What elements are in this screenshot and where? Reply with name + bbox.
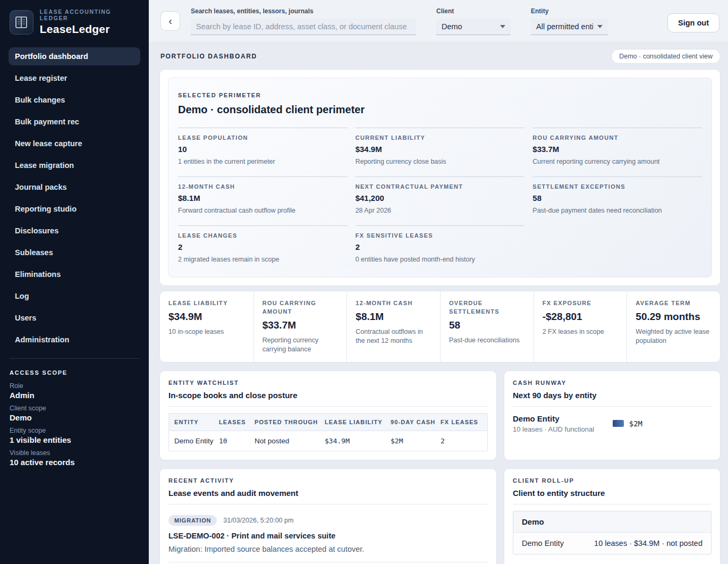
access-scope-panel: ACCESS SCOPE Role Admin Client scope Dem… (9, 359, 140, 467)
access-visible-leases-value: 10 active records (10, 458, 139, 467)
sidebar-item-new-lease-capture[interactable]: New lease capture (9, 134, 140, 153)
kpi-value: 58 (449, 319, 525, 331)
metric-next-contractual-payment: NEXT CONTRACTUAL PAYMENT $41,200 28 Apr … (355, 176, 525, 214)
metric-fx-sensitive-leases: FX SENSITIVE LEASES 2 0 entities have po… (355, 225, 525, 263)
metric-desc: 28 Apr 2026 (355, 207, 525, 214)
kpi-desc: Weighted by active lease population (636, 327, 712, 346)
kpi-desc: Past-due reconciliations (449, 336, 525, 345)
kpi-lease-liability: LEASE LIABILITY $34.9M 10 in-scope lease… (160, 291, 253, 362)
kpi-average-term: AVERAGE TERM 50.29 months Weighted by ac… (627, 291, 720, 362)
kpi-strip: LEASE LIABILITY $34.9M 10 in-scope lease… (159, 291, 721, 363)
cell-leases: 10 (214, 431, 249, 451)
runway-row-demo-entity: Demo Entity 10 leases · AUD functional $… (513, 413, 712, 433)
metric-rou-carrying-amount: ROU CARRYING AMOUNT $33.7M Current repor… (532, 128, 702, 165)
kpi-value: -$28,801 (543, 311, 619, 323)
selected-perimeter-inner: SELECTED PERIMETER Demo · consolidated c… (168, 78, 712, 277)
kpi-value: 50.29 months (636, 311, 712, 323)
cell-fx-leases: 2 (435, 431, 485, 451)
metric-value: 2 (355, 242, 525, 251)
access-entity-scope-label: Entity scope (10, 427, 139, 434)
metric-label: FX SENSITIVE LEASES (355, 232, 525, 239)
client-select[interactable]: Demo (436, 19, 511, 35)
cash-runway-eyebrow: CASH RUNWAY (513, 380, 712, 386)
access-entity-scope-value: 1 visible entities (10, 435, 139, 444)
cash-runway-title: Next 90 days by entity (513, 391, 712, 400)
kpi-label: 12-MONTH CASH (355, 299, 431, 308)
kpi-desc: 2 FX leases in scope (543, 327, 619, 336)
sidebar-item-journal-packs[interactable]: Journal packs (9, 178, 140, 196)
sidebar: LEASE ACCOUNTING LEDGER LeaseLedger Port… (0, 0, 149, 564)
entity-select-value: All permitted entities (536, 22, 593, 31)
sidebar-item-subleases[interactable]: Subleases (9, 243, 140, 262)
rollup-entity-name: Demo Entity (522, 539, 564, 548)
sidebar-item-portfolio-dashboard[interactable]: Portfolio dashboard (9, 47, 140, 65)
col-entity: ENTITY (169, 414, 214, 431)
chevron-down-icon (500, 25, 505, 28)
cell-entity: Demo Entity (169, 431, 214, 451)
metric-value: 10 (178, 145, 348, 154)
metric-desc: Past-due payment dates need reconciliati… (532, 207, 702, 214)
divider (168, 406, 488, 407)
access-scope-title: ACCESS SCOPE (10, 369, 139, 376)
sidebar-item-users[interactable]: Users (9, 309, 140, 327)
cash-runway-panel: CASH RUNWAY Next 90 days by entity Demo … (504, 371, 721, 460)
access-role-label: Role (10, 382, 139, 390)
metric-desc: 0 entities have posted month-end history (355, 256, 525, 263)
main-area: ‹ Search leases, entities, lessors, jour… (149, 0, 728, 564)
kpi-label: AVERAGE TERM (636, 299, 712, 308)
runway-bar (613, 420, 624, 427)
kpi-label: LEASE LIABILITY (168, 299, 245, 308)
perimeter-title: Demo · consolidated client perimeter (178, 104, 702, 116)
metric-value: $8.1M (178, 193, 348, 203)
sidebar-item-bulk-changes[interactable]: Bulk changes (9, 91, 140, 109)
entity-select-group: Entity All permitted entities (531, 7, 608, 35)
sign-out-button[interactable]: Sign out (667, 13, 719, 32)
chevron-left-icon: ‹ (168, 15, 172, 27)
kpi-desc: Reporting currency carrying balance (263, 336, 338, 354)
col-lease-liability: LEASE LIABILITY (319, 414, 385, 431)
metric-label: LEASE POPULATION (178, 134, 348, 141)
activity-item-technical-review[interactable]: TECHNICAL REVIEW 31/03/2026, 11:12:00 am… (168, 562, 488, 564)
page-header: PORTFOLIO DASHBOARD Demo · consolidated … (149, 41, 728, 69)
rollup-client-name: Demo (513, 511, 711, 533)
sidebar-item-bulk-payment-rec[interactable]: Bulk payment rec (9, 113, 140, 131)
global-search-input[interactable] (191, 19, 416, 35)
selected-perimeter-card: SELECTED PERIMETER Demo · consolidated c… (159, 69, 721, 286)
watchlist-row-demo-entity[interactable]: Demo Entity 10 Not posted $34.9M $2M 2 5… (169, 431, 488, 451)
metric-label: 12-MONTH CASH (178, 183, 348, 190)
sidebar-item-reporting-studio[interactable]: Reporting studio (9, 200, 140, 218)
page-title: PORTFOLIO DASHBOARD (160, 53, 257, 60)
back-button[interactable]: ‹ (160, 11, 180, 31)
brand-eyebrow: LEASE ACCOUNTING LEDGER (40, 9, 139, 21)
chevron-down-icon (597, 25, 603, 28)
kpi-12-month-cash: 12-MONTH CASH $8.1M Contractual outflows… (346, 291, 440, 362)
activity-eyebrow: RECENT ACTIVITY (168, 477, 488, 484)
sidebar-item-log[interactable]: Log (9, 287, 140, 305)
watchlist-table: ENTITY LEASES POSTED THROUGH LEASE LIABI… (169, 414, 488, 451)
activity-item-migration[interactable]: MIGRATION 31/03/2026, 5:20:00 pm LSE-DEM… (168, 511, 488, 562)
access-role-value: Admin (10, 391, 139, 400)
sidebar-item-lease-register[interactable]: Lease register (9, 69, 140, 87)
kpi-value: $8.1M (355, 311, 431, 323)
watchlist-title: In-scope books and close posture (168, 391, 488, 400)
watchlist-table-scroll[interactable]: ENTITY LEASES POSTED THROUGH LEASE LIABI… (168, 413, 488, 451)
entity-select[interactable]: All permitted entities (531, 19, 608, 35)
watchlist-header-row: ENTITY LEASES POSTED THROUGH LEASE LIABI… (169, 414, 488, 431)
sidebar-item-disclosures[interactable]: Disclosures (9, 222, 140, 240)
kpi-desc: 10 in-scope leases (168, 327, 245, 336)
runway-entity-meta: 10 leases · AUD functional (513, 425, 594, 433)
kpi-rou-carrying-amount: ROU CARRYING AMOUNT $33.7M Reporting cur… (253, 291, 347, 362)
rollup-entity-row[interactable]: Demo Entity 10 leases · $34.9M · not pos… (513, 533, 711, 554)
runway-entity-block: Demo Entity 10 leases · AUD functional (513, 414, 594, 433)
metric-value: $33.7M (532, 145, 702, 154)
client-select-group: Client Demo (436, 7, 511, 35)
sidebar-item-administration[interactable]: Administration (9, 331, 140, 349)
sidebar-item-eliminations[interactable]: Eliminations (9, 265, 140, 283)
metric-lease-changes: LEASE CHANGES 2 2 migrated leases remain… (178, 225, 348, 263)
panel-row-watchlist: ENTITY WATCHLIST In-scope books and clos… (159, 371, 721, 460)
sidebar-item-lease-migration[interactable]: Lease migration (9, 156, 140, 174)
client-select-value: Demo (442, 22, 462, 31)
metric-label: CURRENT LIABILITY (355, 134, 525, 141)
entity-label: Entity (531, 7, 608, 15)
metric-label: ROU CARRYING AMOUNT (532, 134, 702, 141)
